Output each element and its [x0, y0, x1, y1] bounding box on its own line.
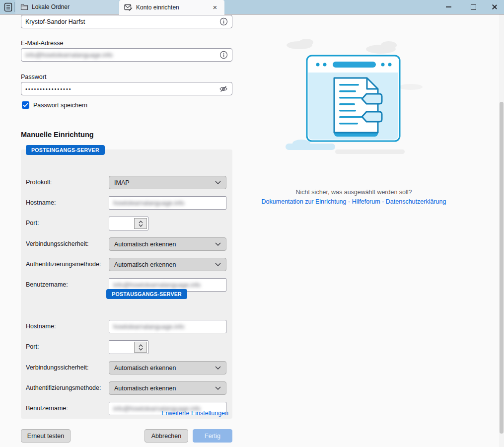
maximize-icon — [471, 4, 476, 10]
check-icon — [23, 103, 28, 107]
close-button[interactable] — [484, 0, 504, 14]
hostname-value-redacted: howtolearnalanguage.info — [113, 323, 184, 330]
chevron-down-icon — [215, 242, 221, 246]
form-row-auth-method: Authentifizierungsmethode: Automatisch e… — [21, 258, 232, 271]
hostname-value-redacted: howtolearnalanguage.info — [113, 200, 184, 207]
spinner-down-icon — [139, 224, 143, 227]
info-icon — [219, 17, 228, 26]
incoming-server-panel: Protokoll: IMAP Hostname: howtolearnalan… — [21, 149, 232, 295]
help-links: Dokumentation zur Einrichtung - Hilfefor… — [253, 198, 454, 205]
outgoing-hostname-input[interactable]: howtolearnalanguage.info — [109, 320, 226, 333]
field-label: Port: — [26, 343, 39, 350]
form-row-protocol: Protokoll: IMAP — [21, 176, 232, 189]
field-label: Benutzername: — [26, 405, 68, 412]
spinner-up-icon — [139, 221, 143, 224]
field-label: Authentifizierungsmethode: — [26, 384, 101, 391]
incoming-security-select[interactable]: Automatisch erkennen — [109, 237, 226, 251]
selected-value: Automatisch erkennen — [114, 261, 176, 268]
chevron-down-icon — [215, 263, 221, 266]
form-row-port: Port: — [21, 340, 232, 354]
selected-value: IMAP — [114, 179, 130, 186]
tab-close-icon[interactable]: × — [211, 3, 219, 12]
eye-slash-icon[interactable] — [219, 85, 228, 93]
email-field[interactable]: info@howtolearnalanguage.info — [21, 48, 232, 62]
field-label: Hostname: — [26, 199, 56, 206]
spaces-toolbar-button[interactable] — [2, 1, 14, 12]
incoming-server-badge: POSTEINGANGS-SERVER — [26, 145, 105, 155]
fullname-field[interactable] — [21, 15, 232, 28]
manual-config-heading: Manuelle Einrichtung — [21, 131, 94, 139]
outgoing-server-panel: Hostname: howtolearnalanguage.info Port:… — [21, 294, 232, 419]
link-separator: - — [348, 198, 350, 205]
form-row-hostname: Hostname: howtolearnalanguage.info — [21, 320, 232, 333]
setup-illustration — [276, 22, 432, 159]
selected-value: Automatisch erkennen — [114, 241, 176, 248]
minimize-icon — [446, 6, 451, 7]
incoming-auth-select[interactable]: Automatisch erkennen — [109, 258, 226, 271]
selected-value: Automatisch erkennen — [114, 365, 176, 372]
form-row-hostname: Hostname: howtolearnalanguage.info — [21, 196, 232, 210]
remember-password-checkbox[interactable] — [22, 101, 29, 109]
setup-form: E-Mail-Adresse info@howtolearnalanguage.… — [21, 14, 232, 447]
field-label: Protokoll: — [26, 179, 52, 186]
username-value-redacted: info@howtolearnalanguage.info — [113, 282, 201, 289]
remember-password-label: Passwort speichern — [33, 102, 87, 109]
field-label: Benutzername: — [26, 281, 68, 288]
remember-password-row: Passwort speichern — [22, 101, 87, 109]
scrollbar-track[interactable] — [499, 14, 504, 447]
retest-button[interactable]: Erneut testen — [21, 429, 71, 443]
scrollbar-thumb[interactable] — [500, 102, 504, 434]
chevron-down-icon — [215, 181, 221, 184]
email-value-redacted: info@howtolearnalanguage.info — [25, 52, 216, 59]
tab-lokale-ordner[interactable]: Lokale Ordner — [15, 0, 119, 14]
port-spinner[interactable] — [134, 342, 147, 353]
privacy-policy-link[interactable]: Datenschutzerklärung — [386, 198, 446, 205]
field-label: Verbindungssicherheit: — [26, 364, 88, 371]
port-value — [109, 217, 133, 230]
email-label: E-Mail-Adresse — [21, 40, 63, 47]
form-row-connection-security: Verbindungssicherheit: Automatisch erken… — [21, 361, 232, 374]
minimize-button[interactable] — [438, 0, 458, 14]
fullname-input[interactable] — [25, 18, 216, 25]
done-button[interactable]: Fertig — [193, 429, 232, 443]
mail-setup-icon — [124, 4, 133, 11]
protocol-select[interactable]: IMAP — [109, 176, 226, 189]
outgoing-port-input[interactable] — [109, 340, 148, 354]
incoming-hostname-input[interactable]: howtolearnalanguage.info — [109, 196, 226, 210]
account-setup-pane: E-Mail-Adresse info@howtolearnalanguage.… — [0, 14, 504, 447]
field-label: Authentifizierungsmethode: — [26, 261, 101, 268]
password-field[interactable]: •••••••••••••••• — [21, 82, 232, 95]
cancel-button[interactable]: Abbrechen — [144, 429, 188, 443]
form-row-auth-method: Authentifizierungsmethode: Automatisch e… — [21, 381, 232, 395]
outgoing-security-select[interactable]: Automatisch erkennen — [109, 361, 226, 374]
info-icon — [219, 51, 228, 59]
thunderbird-window: { "tabbar": { "tabs": [ { "label": "Loka… — [0, 0, 504, 447]
incoming-port-input[interactable] — [109, 217, 148, 230]
outgoing-server-badge: POSTAUSGANGS-SERVER — [106, 289, 187, 299]
tab-label: Lokale Ordner — [32, 3, 70, 10]
help-question: Nicht sicher, was ausgewählt werden soll… — [263, 189, 444, 196]
spinner-down-icon — [139, 348, 143, 351]
port-spinner[interactable] — [134, 218, 147, 229]
form-row-connection-security: Verbindungssicherheit: Automatisch erken… — [21, 237, 232, 251]
chevron-down-icon — [215, 366, 221, 370]
folder-icon — [20, 3, 28, 10]
port-value — [109, 341, 133, 354]
chevron-down-icon — [215, 386, 221, 390]
field-label: Verbindungssicherheit: — [26, 240, 88, 247]
link-separator: - — [382, 198, 384, 205]
spinner-up-icon — [139, 344, 143, 347]
field-label: Port: — [26, 220, 39, 226]
selected-value: Automatisch erkennen — [114, 385, 176, 392]
tab-konto-einrichten[interactable]: Konto einrichten × — [119, 0, 224, 14]
close-icon — [491, 4, 497, 10]
maximize-button[interactable] — [463, 0, 483, 14]
tab-label: Konto einrichten — [136, 4, 179, 11]
documentation-link[interactable]: Dokumentation zur Einrichtung — [262, 198, 347, 205]
spaces-icon — [4, 2, 12, 12]
outgoing-auth-select[interactable]: Automatisch erkennen — [109, 381, 226, 395]
advanced-settings-link[interactable]: Erweiterte Einstellungen — [161, 410, 228, 417]
tab-separator — [14, 2, 15, 12]
field-label: Hostname: — [26, 323, 56, 330]
help-forum-link[interactable]: Hilfeforum — [352, 198, 380, 205]
